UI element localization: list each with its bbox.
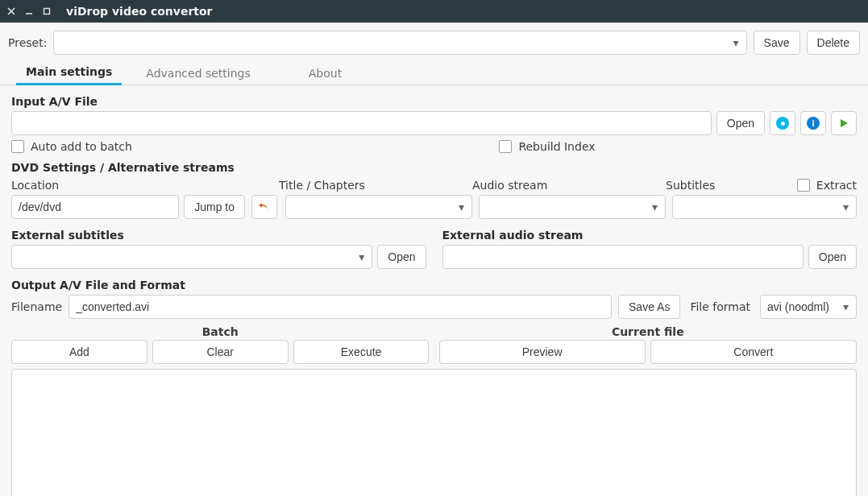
close-icon[interactable] xyxy=(6,6,16,16)
convert-button[interactable]: Convert xyxy=(650,340,857,364)
rebuild-index-checkbox[interactable]: Rebuild Index xyxy=(499,140,857,153)
subtitles-label: Subtitles xyxy=(666,179,792,192)
main-settings-panel: Input A/V File Open i Auto add to batch … xyxy=(0,85,868,364)
audio-stream-label: Audio stream xyxy=(472,179,659,192)
ext-audio-title: External audio stream xyxy=(442,224,858,245)
window-titlebar: viDrop video convertor xyxy=(0,0,868,23)
batch-add-button[interactable]: Add xyxy=(11,340,147,364)
tab-about[interactable]: About xyxy=(299,62,351,85)
play-button[interactable] xyxy=(831,111,857,135)
tab-main-settings[interactable]: Main settings xyxy=(16,60,122,85)
ext-subs-open-button[interactable]: Open xyxy=(377,245,426,269)
preset-select[interactable] xyxy=(53,31,746,55)
ext-subs-title: External subtitles xyxy=(11,224,426,245)
info-icon: i xyxy=(807,117,820,130)
window-title: viDrop video convertor xyxy=(66,5,213,18)
record-icon xyxy=(776,117,789,130)
subtitles-select[interactable] xyxy=(672,195,857,219)
undo-icon xyxy=(258,200,271,213)
preset-bar: Preset: ▾ Save Delete xyxy=(0,23,868,63)
audio-stream-select[interactable] xyxy=(479,195,666,219)
title-chapters-select[interactable] xyxy=(285,195,472,219)
batch-title: Batch xyxy=(11,325,430,340)
rebuild-index-label: Rebuild Index xyxy=(518,140,595,153)
preset-save-button[interactable]: Save xyxy=(754,31,800,55)
ext-subs-select[interactable] xyxy=(11,245,372,269)
title-chapters-label: Title / Chapters xyxy=(279,179,466,192)
undo-button[interactable] xyxy=(251,195,277,219)
ext-audio-input[interactable] xyxy=(442,245,804,269)
jump-to-button[interactable]: Jump to xyxy=(184,195,245,219)
filename-input[interactable] xyxy=(69,295,612,319)
checkbox-icon xyxy=(11,140,24,153)
save-as-button[interactable]: Save As xyxy=(618,295,680,319)
svg-rect-3 xyxy=(44,9,50,14)
preview-button[interactable]: Preview xyxy=(439,340,646,364)
ext-audio-open-button[interactable]: Open xyxy=(808,245,857,269)
extract-checkbox[interactable]: Extract xyxy=(797,179,857,192)
tabs: Main settings Advanced settings About xyxy=(0,63,868,85)
svg-marker-4 xyxy=(841,119,848,127)
dvd-location-input[interactable] xyxy=(11,195,179,219)
batch-execute-button[interactable]: Execute xyxy=(293,340,430,364)
auto-add-checkbox[interactable]: Auto add to batch xyxy=(11,140,132,153)
minimize-icon[interactable] xyxy=(24,6,34,16)
info-button[interactable]: i xyxy=(800,111,826,135)
filename-label: Filename xyxy=(11,300,62,313)
checkbox-icon xyxy=(797,179,810,192)
play-icon xyxy=(838,118,849,129)
location-label: Location xyxy=(11,179,272,192)
output-log-pane[interactable] xyxy=(11,369,857,496)
preset-label: Preset: xyxy=(8,36,47,49)
record-button[interactable] xyxy=(770,111,795,135)
batch-clear-button[interactable]: Clear xyxy=(152,340,289,364)
checkbox-icon xyxy=(499,140,512,153)
file-format-select[interactable]: avi (noodml) xyxy=(760,295,857,319)
auto-add-label: Auto add to batch xyxy=(31,140,132,153)
input-av-path[interactable] xyxy=(11,111,712,135)
input-av-title: Input A/V File xyxy=(11,90,857,111)
current-file-title: Current file xyxy=(439,325,858,340)
dvd-title: DVD Settings / Alternative streams xyxy=(11,156,857,177)
tab-advanced-settings[interactable]: Advanced settings xyxy=(136,62,260,85)
file-format-label: File format xyxy=(687,300,754,313)
input-open-button[interactable]: Open xyxy=(716,111,765,135)
maximize-icon[interactable] xyxy=(42,6,52,16)
output-title: Output A/V File and Format xyxy=(11,274,857,295)
preset-delete-button[interactable]: Delete xyxy=(807,31,860,55)
extract-label: Extract xyxy=(816,179,857,192)
